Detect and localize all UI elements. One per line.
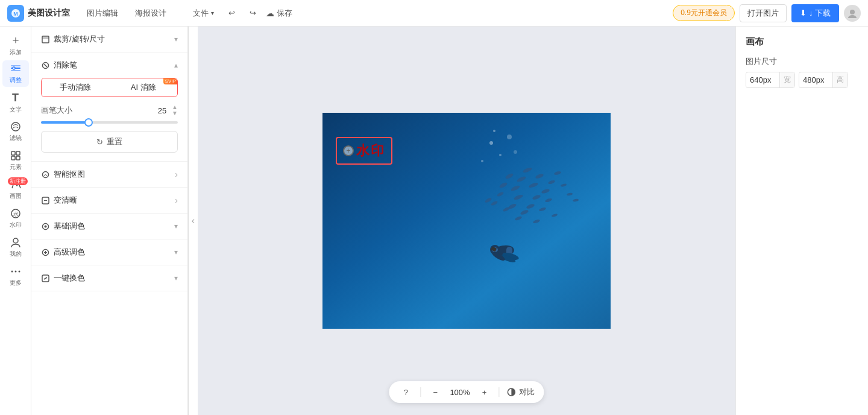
advanced-color-header[interactable]: 高级调色 ▾ xyxy=(31,239,187,265)
basic-color-section: 基础调色 ▾ xyxy=(31,214,187,239)
right-panel-title: 画布 xyxy=(746,36,858,48)
sidebar-item-add[interactable]: ＋ 添加 xyxy=(2,31,29,58)
matting-section[interactable]: 智能抠图 › xyxy=(31,162,187,188)
canvas-image-wrap: + 水印 xyxy=(322,113,611,329)
nav-tab-image-edit[interactable]: 图片编辑 xyxy=(80,5,125,21)
canvas-image: + 水印 xyxy=(322,113,611,329)
svg-rect-10 xyxy=(16,151,20,155)
open-image-button[interactable]: 打开图片 xyxy=(740,4,787,22)
width-unit: 宽 xyxy=(779,72,794,87)
reset-button[interactable]: ↻ 重置 xyxy=(41,131,178,153)
advanced-color-section: 高级调色 ▾ xyxy=(31,239,187,265)
advanced-color-title: 高级调色 xyxy=(54,247,85,258)
canvas-area: + 水印 ? − 100% + 对比 xyxy=(198,27,735,415)
brush-spinners: ▲ ▼ xyxy=(172,104,178,116)
svg-rect-6 xyxy=(11,70,20,71)
divider-1 xyxy=(420,387,421,397)
watermark-text: 水印 xyxy=(356,142,385,160)
undo-btn[interactable]: ↩ xyxy=(224,6,240,20)
top-nav: M 美图设计室 图片编辑 海报设计 文件 ▾ ↩ ↪ ☁ 保存 0.9元开通会员… xyxy=(0,0,868,27)
sidebar-item-elements[interactable]: 元素 xyxy=(2,147,29,174)
divider-2 xyxy=(499,387,500,397)
svg-rect-9 xyxy=(11,151,15,155)
sidebar-item-more[interactable]: 更多 xyxy=(2,263,29,290)
slider-thumb[interactable] xyxy=(84,118,93,127)
crop-header[interactable]: 裁剪/旋转/尺寸 ▾ xyxy=(31,27,187,52)
advanced-color-icon xyxy=(41,248,50,257)
width-input-wrap: 宽 xyxy=(746,72,795,88)
save-btn[interactable]: ☁ 保存 xyxy=(266,8,292,19)
eraser-tab-manual[interactable]: 手动消除 xyxy=(42,78,110,97)
sidebar-item-filter[interactable]: 滤镜 xyxy=(2,118,29,145)
file-menu-btn[interactable]: 文件 ▾ xyxy=(188,5,219,21)
basic-color-title: 基础调色 xyxy=(54,221,85,232)
svg-rect-19 xyxy=(42,36,49,43)
svg-rect-5 xyxy=(11,65,20,66)
svg-point-35 xyxy=(514,150,517,154)
brush-slider[interactable] xyxy=(41,121,178,124)
svg-rect-12 xyxy=(16,156,20,160)
svg-point-31 xyxy=(489,141,493,145)
user-avatar[interactable] xyxy=(844,5,861,22)
download-icon: ⬇ xyxy=(800,8,807,17)
crop-collapse-icon: ▾ xyxy=(174,35,178,43)
crop-section: 裁剪/旋转/尺寸 ▾ xyxy=(31,27,187,52)
nav-tab-poster[interactable]: 海报设计 xyxy=(128,5,174,21)
color-replace-icon xyxy=(41,274,50,283)
panel-collapse-handle[interactable]: ‹ xyxy=(188,27,198,415)
color-replace-section: 一键换色 ▾ xyxy=(31,265,187,291)
slider-fill xyxy=(41,121,89,124)
sidebar-item-text[interactable]: T 文字 xyxy=(2,89,29,116)
svg-point-33 xyxy=(507,135,512,139)
sidebar-item-draw[interactable]: 画图 新注册 xyxy=(2,176,29,203)
watermark-box[interactable]: + 水印 xyxy=(336,137,392,165)
zoom-in-button[interactable]: + xyxy=(477,385,492,399)
clarity-section[interactable]: 变清晰 › xyxy=(31,188,187,214)
download-button[interactable]: ⬇ ↓ 下载 xyxy=(791,4,839,22)
bottom-bar: ? − 100% + 对比 xyxy=(389,381,544,403)
nav-actions: 文件 ▾ ↩ ↪ ☁ 保存 xyxy=(188,5,292,21)
left-panel: 裁剪/旋转/尺寸 ▾ 消除笔 ▴ 手动消除 xyxy=(31,27,188,415)
help-button[interactable]: ? xyxy=(398,385,413,399)
basic-color-header[interactable]: 基础调色 ▾ xyxy=(31,214,187,239)
crop-icon xyxy=(41,35,50,44)
svg-point-16 xyxy=(11,271,13,273)
canvas-size-label: 图片尺寸 xyxy=(746,56,858,67)
svg-point-3 xyxy=(848,15,857,18)
width-input[interactable] xyxy=(746,73,779,87)
nav-tabs: 图片编辑 海报设计 xyxy=(80,5,174,21)
app-logo: M 美图设计室 xyxy=(7,5,70,22)
zoom-out-button[interactable]: − xyxy=(428,385,442,399)
zoom-value: 100% xyxy=(450,388,470,397)
svg-rect-11 xyxy=(11,156,15,160)
color-replace-header[interactable]: 一键换色 ▾ xyxy=(31,265,187,291)
eraser-section: 消除笔 ▴ 手动消除 AI 消除 SVIP xyxy=(31,52,187,162)
svg-point-32 xyxy=(499,154,502,156)
advanced-color-arrow: ▾ xyxy=(174,248,178,256)
contrast-button[interactable]: 对比 xyxy=(507,387,535,398)
redo-btn[interactable]: ↪ xyxy=(245,6,261,20)
svg-point-36 xyxy=(493,130,495,132)
eraser-icon xyxy=(41,61,50,70)
height-input[interactable] xyxy=(799,73,832,87)
watermark-move-handle[interactable]: + xyxy=(343,145,354,156)
clarity-arrow: › xyxy=(175,195,178,205)
sidebar-item-mine[interactable]: 我的 xyxy=(2,234,29,261)
clarity-icon xyxy=(41,196,50,205)
eraser-header[interactable]: 消除笔 ▴ xyxy=(31,52,187,78)
new-badge: 新注册 xyxy=(8,177,28,185)
right-panel: 画布 图片尺寸 宽 高 xyxy=(735,27,868,415)
sidebar-item-adjust[interactable]: 调整 xyxy=(2,60,29,87)
reset-icon: ↻ xyxy=(96,138,103,147)
sidebar-item-watermark[interactable]: 水 水印 xyxy=(2,205,29,232)
svg-line-22 xyxy=(44,64,47,67)
brush-decrement[interactable]: ▼ xyxy=(172,110,178,116)
eraser-content: 手动消除 AI 消除 SVIP 画笔大小 25 ▲ xyxy=(31,78,187,161)
crop-title: 裁剪/旋转/尺寸 xyxy=(54,34,105,45)
basic-color-arrow: ▾ xyxy=(174,222,178,230)
svg-text:M: M xyxy=(13,11,18,17)
vip-button[interactable]: 0.9元开通会员 xyxy=(673,5,735,21)
brush-size-row: 画笔大小 25 ▲ ▼ xyxy=(41,104,178,116)
svg-point-17 xyxy=(14,271,16,273)
svg-text:水: 水 xyxy=(13,211,18,217)
